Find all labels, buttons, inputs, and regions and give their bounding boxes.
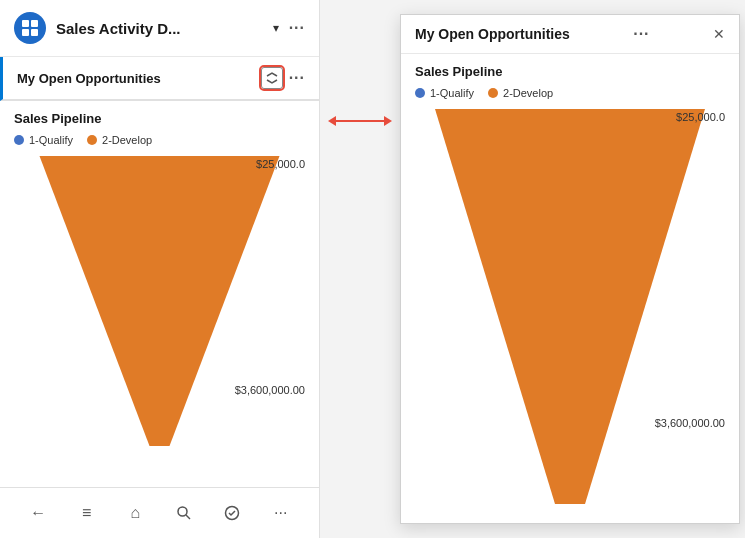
- menu-button[interactable]: ≡: [72, 498, 102, 528]
- top-value-label: $25,000.0: [256, 158, 305, 170]
- funnel-chart: $25,000.0 $3,600,000.00: [14, 156, 305, 456]
- svg-marker-4: [40, 156, 280, 446]
- section-more-icon[interactable]: ···: [289, 69, 305, 87]
- app-title: Sales Activity D...: [56, 20, 263, 37]
- main-container: Sales Activity D... ▾ ··· My Open Opport…: [0, 0, 745, 538]
- right-chart-title: Sales Pipeline: [415, 64, 725, 79]
- right-qualify-label: 1-Qualify: [430, 87, 474, 99]
- chart-title: Sales Pipeline: [14, 111, 305, 126]
- tasks-button[interactable]: [217, 498, 247, 528]
- search-button[interactable]: [169, 498, 199, 528]
- right-panel-header: My Open Opportunities ··· ✕: [401, 15, 739, 54]
- left-header: Sales Activity D... ▾ ···: [0, 0, 319, 57]
- close-button[interactable]: ✕: [713, 26, 725, 42]
- right-develop-dot: [488, 88, 498, 98]
- right-chart-section: Sales Pipeline 1-Qualify 2-Develop $25,0…: [401, 54, 739, 523]
- svg-point-5: [178, 507, 187, 516]
- right-top-value-label: $25,000.0: [676, 111, 725, 123]
- svg-line-6: [186, 515, 190, 519]
- arrow-indicator: [320, 120, 400, 122]
- chart-legend: 1-Qualify 2-Develop: [14, 134, 305, 146]
- right-panel-more-icon[interactable]: ···: [633, 25, 649, 43]
- header-more-icon[interactable]: ···: [289, 19, 305, 37]
- chevron-down-icon[interactable]: ▾: [273, 21, 279, 35]
- legend-item-qualify: 1-Qualify: [14, 134, 73, 146]
- home-button[interactable]: ⌂: [120, 498, 150, 528]
- arrow-line: [330, 120, 390, 122]
- funnel-svg: [14, 156, 305, 456]
- section-title: My Open Opportunities: [17, 71, 261, 86]
- right-develop-label: 2-Develop: [503, 87, 553, 99]
- svg-marker-8: [435, 109, 705, 504]
- right-funnel-chart: $25,000.0 $3,600,000.00: [415, 109, 725, 509]
- develop-dot: [87, 135, 97, 145]
- right-funnel-svg: [415, 109, 725, 509]
- back-button[interactable]: ←: [23, 498, 53, 528]
- svg-rect-3: [31, 29, 38, 36]
- develop-label: 2-Develop: [102, 134, 152, 146]
- app-icon[interactable]: [14, 12, 46, 44]
- right-panel: My Open Opportunities ··· ✕ Sales Pipeli…: [400, 14, 740, 524]
- chart-section: Sales Pipeline 1-Qualify 2-Develop $25,0…: [0, 101, 319, 487]
- right-panel-title: My Open Opportunities: [415, 26, 570, 42]
- right-mid-value-label: $3,600,000.00: [655, 417, 725, 429]
- left-panel: Sales Activity D... ▾ ··· My Open Opport…: [0, 0, 320, 538]
- svg-rect-2: [22, 29, 29, 36]
- section-bar: My Open Opportunities ···: [0, 57, 319, 101]
- mid-value-label: $3,600,000.00: [235, 384, 305, 396]
- more-nav-button[interactable]: ···: [266, 498, 296, 528]
- svg-rect-0: [22, 20, 29, 27]
- right-qualify-dot: [415, 88, 425, 98]
- right-legend-develop: 2-Develop: [488, 87, 553, 99]
- bottom-nav: ← ≡ ⌂ ···: [0, 487, 319, 538]
- svg-rect-1: [31, 20, 38, 27]
- qualify-label: 1-Qualify: [29, 134, 73, 146]
- legend-item-develop: 2-Develop: [87, 134, 152, 146]
- right-legend-qualify: 1-Qualify: [415, 87, 474, 99]
- qualify-dot: [14, 135, 24, 145]
- right-chart-legend: 1-Qualify 2-Develop: [415, 87, 725, 99]
- expand-button[interactable]: [261, 67, 283, 89]
